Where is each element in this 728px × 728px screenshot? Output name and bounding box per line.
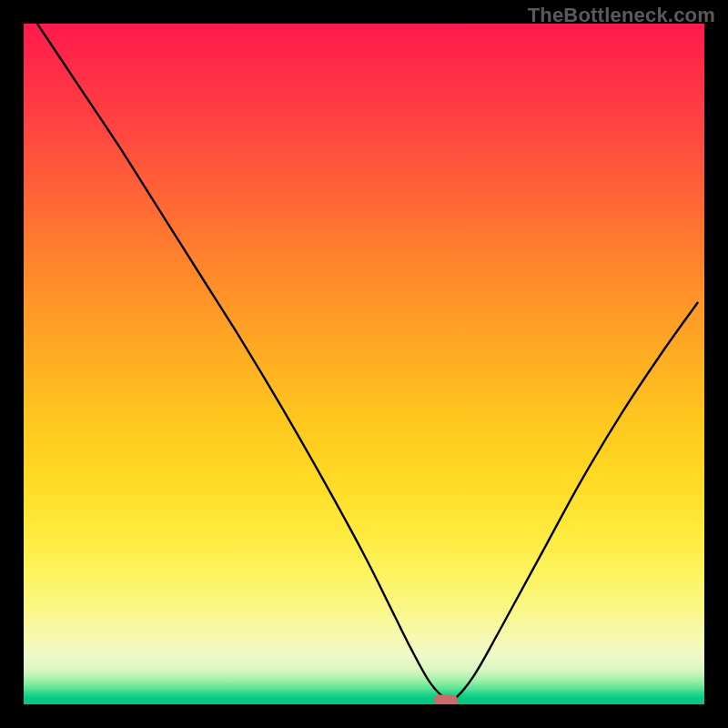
chart-frame: TheBottleneck.com — [0, 0, 728, 728]
plot-area — [24, 24, 704, 704]
bottleneck-curve — [24, 24, 704, 704]
optimal-point-marker — [434, 694, 458, 704]
curve-path — [37, 24, 698, 702]
